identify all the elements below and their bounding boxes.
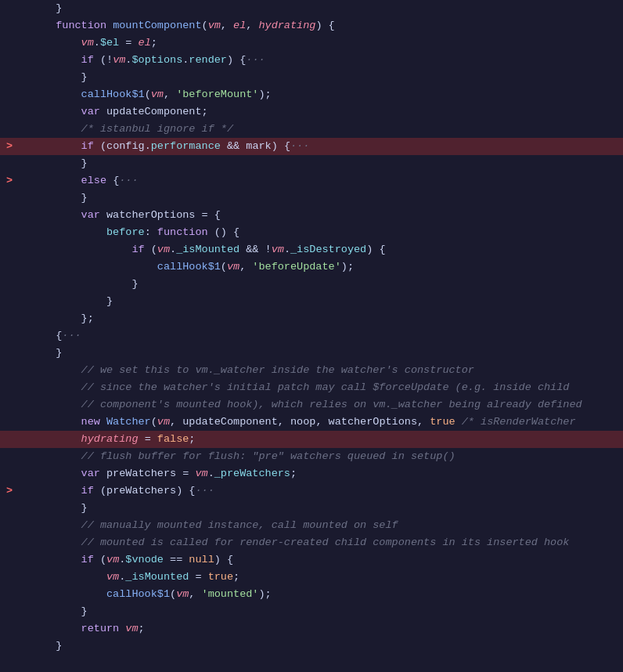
code-line-1: } bbox=[0, 0, 623, 17]
code-line-23: // since the watcher's initial patch may… bbox=[0, 379, 623, 396]
code-line-8: /* istanbul ignore if */ bbox=[0, 121, 623, 138]
code-line-12: } bbox=[0, 190, 623, 207]
code-line-27: // flush buffer for flush: "pre" watcher… bbox=[0, 448, 623, 465]
code-line-33: if (vm.$vnode == null) { bbox=[0, 551, 623, 569]
code-line-9: > if (config.performance && mark) {··· bbox=[0, 138, 623, 155]
code-line-5: } bbox=[0, 69, 623, 86]
code-line-15: if (vm._isMounted && !vm._isDestroyed) { bbox=[0, 241, 623, 258]
code-line-38: } bbox=[0, 638, 623, 655]
code-line-20: {··· bbox=[0, 327, 623, 345]
code-line-7: var updateComponent; bbox=[0, 103, 623, 121]
code-line-24: // component's mounted hook), which reli… bbox=[0, 396, 623, 414]
code-line-26: hydrating = false; bbox=[0, 431, 623, 448]
code-line-18: } bbox=[0, 293, 623, 310]
code-line-28: var preWatchers = vm._preWatchers; bbox=[0, 465, 623, 482]
code-line-13: var watcherOptions = { bbox=[0, 207, 623, 224]
code-line-2: function mountComponent(vm, el, hydratin… bbox=[0, 17, 623, 34]
code-line-36: } bbox=[0, 603, 623, 620]
code-line-35: callHook$1(vm, 'mounted'); bbox=[0, 586, 623, 603]
code-line-11: > else {··· bbox=[0, 172, 623, 190]
code-line-34: vm._isMounted = true; bbox=[0, 569, 623, 586]
arrow-indicator-3: > bbox=[6, 482, 13, 500]
code-line-21: } bbox=[0, 345, 623, 362]
code-line-22: // we set this to vm._watcher inside the… bbox=[0, 362, 623, 379]
code-line-17: } bbox=[0, 276, 623, 293]
arrow-indicator: > bbox=[6, 138, 13, 155]
code-line-14: before: function () { bbox=[0, 224, 623, 241]
code-line-10: } bbox=[0, 155, 623, 172]
code-line-6: callHook$1(vm, 'beforeMount'); bbox=[0, 86, 623, 103]
code-line-29: > if (preWatchers) {··· bbox=[0, 482, 623, 500]
code-line-30: } bbox=[0, 500, 623, 517]
code-line-31: // manually mounted instance, call mount… bbox=[0, 517, 623, 534]
code-line-32: // mounted is called for render-created … bbox=[0, 534, 623, 551]
code-line-16: callHook$1(vm, 'beforeUpdate'); bbox=[0, 258, 623, 276]
code-line-19: }; bbox=[0, 310, 623, 327]
arrow-indicator-2: > bbox=[6, 172, 13, 190]
code-line-3: vm.$el = el; bbox=[0, 34, 623, 52]
code-line-25: new Watcher(vm, updateComponent, noop, w… bbox=[0, 414, 623, 431]
code-line-4: if (!vm.$options.render) {··· bbox=[0, 52, 623, 69]
code-line-37: return vm; bbox=[0, 620, 623, 638]
code-editor: } function mountComponent(vm, el, hydrat… bbox=[0, 0, 623, 672]
